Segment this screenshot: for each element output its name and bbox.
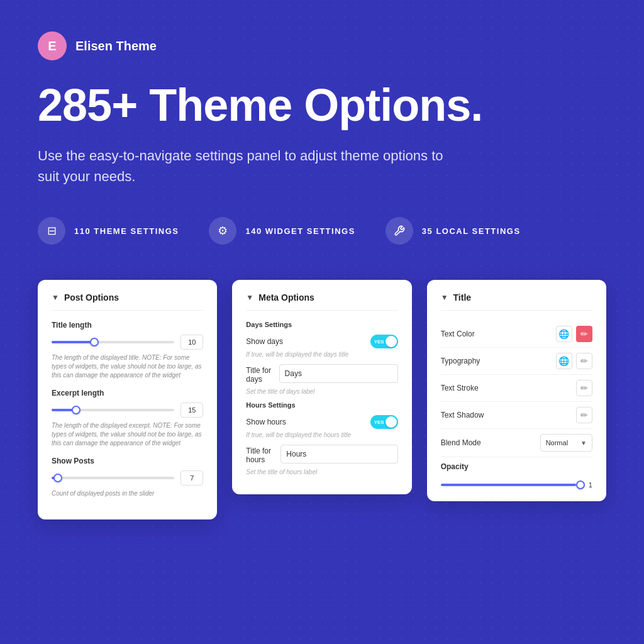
text-color-globe-btn[interactable]: 🌐 — [556, 326, 572, 342]
hours-settings-title: Hours Settings — [246, 401, 397, 409]
post-options-header: ▼ Post Options — [52, 292, 203, 311]
show-posts-track[interactable] — [52, 477, 174, 479]
text-shadow-pencil-btn[interactable]: ✏ — [576, 407, 592, 423]
stat-label-local: 35 LOCAL SETTINGS — [422, 226, 521, 236]
toggle-yes-label: YES — [374, 339, 384, 345]
stat-item-widget: ⚙ 140 WIDGET SETTINGS — [209, 217, 355, 245]
typography-row: Typography 🌐 ✏ — [441, 348, 592, 375]
meta-options-arrow: ▼ — [246, 293, 253, 302]
title-length-desc: The length of the displayed title. NOTE:… — [52, 353, 203, 380]
title-for-hours-row: Title for hours Hours — [246, 445, 397, 466]
title-for-hours-input[interactable]: Hours — [280, 445, 397, 464]
text-shadow-label: Text Shadow — [441, 411, 484, 419]
text-stroke-pencil-btn[interactable]: ✏ — [576, 380, 592, 396]
days-settings-title: Days Settings — [246, 321, 397, 328]
text-shadow-icons: ✏ — [576, 407, 592, 423]
show-posts-thumb[interactable] — [53, 474, 62, 482]
meta-options-header: ▼ Meta Options — [246, 292, 397, 311]
show-posts-slider-row: 7 — [52, 470, 203, 486]
hero-title: 285+ Theme Options. — [38, 80, 606, 130]
brand-name: Elisen Theme — [75, 39, 157, 53]
excerpt-length-track[interactable] — [52, 409, 174, 411]
show-posts-label: Show Posts — [52, 457, 203, 465]
opacity-thumb[interactable] — [576, 480, 585, 489]
title-length-field: Title length 10 The length of the displa… — [52, 321, 203, 380]
toggle-knob — [386, 336, 397, 347]
post-options-arrow: ▼ — [52, 293, 59, 302]
cards-row: ▼ Post Options Title length 10 The lengt… — [38, 280, 606, 519]
opacity-fill — [441, 484, 577, 486]
title-card-arrow: ▼ — [441, 293, 448, 302]
excerpt-length-label: Excerpt length — [52, 389, 203, 397]
blend-mode-row: Blend Mode Normal ▼ — [441, 429, 592, 457]
hero-subtitle: Use the easy-to-navigate settings panel … — [38, 145, 465, 187]
title-length-thumb[interactable] — [90, 338, 99, 347]
title-for-days-input[interactable]: Days — [279, 364, 398, 383]
show-hours-toggle[interactable]: YES — [370, 415, 398, 429]
widget-settings-icon: ⚙ — [209, 217, 236, 245]
opacity-section: Opacity 1 — [441, 457, 592, 489]
post-options-card: ▼ Post Options Title length 10 The lengt… — [38, 280, 217, 519]
show-hours-label: Show hours — [246, 418, 286, 426]
title-for-days-desc: Set the title of days label — [246, 388, 397, 395]
show-hours-row: Show hours YES — [246, 415, 397, 429]
title-for-hours-desc: Set the title of hours label — [246, 469, 397, 475]
show-posts-desc: Count of displayed posts in the slider — [52, 489, 203, 498]
title-card: ▼ Title Text Color 🌐 ✏ Typography 🌐 ✏ — [427, 280, 606, 501]
title-length-fill — [52, 341, 94, 343]
opacity-value: 1 — [589, 481, 592, 489]
blend-mode-label: Blend Mode — [441, 438, 481, 447]
excerpt-length-thumb[interactable] — [72, 406, 80, 414]
text-color-edit-btn[interactable]: ✏ — [576, 326, 592, 342]
theme-settings-icon: ⊟ — [38, 217, 65, 245]
meta-options-card: ▼ Meta Options Days Settings Show days Y… — [232, 280, 411, 494]
title-for-hours-label: Title for hours — [246, 447, 280, 464]
opacity-label: Opacity — [441, 462, 592, 471]
text-color-row: Text Color 🌐 ✏ — [441, 321, 592, 348]
title-length-value[interactable]: 10 — [180, 335, 203, 350]
text-color-icons: 🌐 ✏ — [556, 326, 592, 342]
title-length-label: Title length — [52, 321, 203, 330]
text-color-label: Text Color — [441, 330, 475, 338]
show-days-toggle[interactable]: YES — [370, 335, 398, 348]
show-posts-field: Show Posts 7 Count of displayed posts in… — [52, 457, 203, 498]
toggle-hours-knob — [386, 416, 397, 428]
opacity-slider-row: 1 — [441, 476, 592, 489]
excerpt-length-desc: The length of the displayed excerpt. NOT… — [52, 421, 203, 448]
typography-label: Typography — [441, 357, 480, 365]
toggle-hours-yes-label: YES — [374, 419, 384, 425]
excerpt-length-value[interactable]: 15 — [180, 402, 203, 418]
opacity-track[interactable] — [441, 484, 584, 486]
stat-item-theme: ⊟ 110 THEME SETTINGS — [38, 217, 179, 245]
show-days-desc: If true, will be displayed the days titl… — [246, 351, 397, 358]
blend-mode-select[interactable]: Normal ▼ — [540, 434, 592, 452]
title-length-slider-row: 10 — [52, 335, 203, 350]
stats-row: ⊟ 110 THEME SETTINGS ⚙ 140 WIDGET SETTIN… — [38, 217, 606, 245]
brand-header: E Elisen Theme — [38, 31, 606, 60]
show-posts-value[interactable]: 7 — [180, 470, 203, 486]
text-stroke-icons: ✏ — [576, 380, 592, 396]
text-stroke-row: Text Stroke ✏ — [441, 375, 592, 402]
typography-globe-btn[interactable]: 🌐 — [556, 353, 572, 369]
text-stroke-label: Text Stroke — [441, 384, 479, 392]
title-for-days-label: Title for days — [246, 366, 279, 384]
excerpt-length-slider-row: 15 — [52, 402, 203, 418]
show-hours-desc: If true, will be displayed the hours tit… — [246, 431, 397, 438]
text-shadow-row: Text Shadow ✏ — [441, 402, 592, 429]
title-card-header: ▼ Title — [441, 292, 592, 311]
typography-pencil-btn[interactable]: ✏ — [576, 353, 592, 369]
excerpt-length-field: Excerpt length 15 The length of the disp… — [52, 389, 203, 448]
brand-logo: E — [38, 31, 67, 60]
title-for-days-row: Title for days Days — [246, 364, 397, 386]
local-settings-icon — [386, 217, 413, 245]
stat-label-widget: 140 WIDGET SETTINGS — [245, 226, 355, 236]
blend-mode-arrow-icon: ▼ — [580, 440, 587, 447]
typography-icons: 🌐 ✏ — [556, 353, 592, 369]
show-days-label: Show days — [246, 337, 283, 346]
show-days-row: Show days YES — [246, 335, 397, 348]
stat-item-local: 35 LOCAL SETTINGS — [386, 217, 521, 245]
stat-label-theme: 110 THEME SETTINGS — [74, 226, 179, 236]
title-length-track[interactable] — [52, 341, 174, 343]
